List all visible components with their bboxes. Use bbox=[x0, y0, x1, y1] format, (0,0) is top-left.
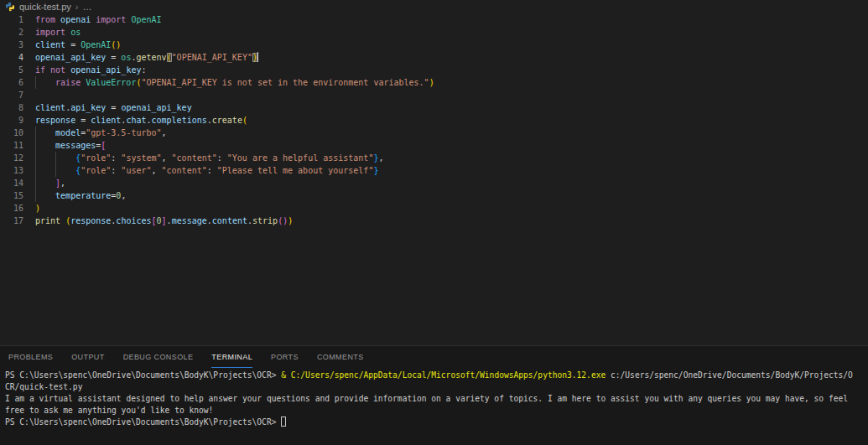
code-token: import bbox=[96, 15, 131, 24]
code-token: OpenAI bbox=[81, 40, 111, 49]
line-number: 7 bbox=[0, 89, 23, 101]
indent-guide bbox=[55, 164, 75, 177]
code-token: choices bbox=[116, 216, 151, 225]
indent-guide bbox=[35, 177, 55, 189]
code-line[interactable]: 4openai_api_key = os.getenv("OPENAI_API_… bbox=[0, 51, 868, 64]
code-token: ( bbox=[242, 116, 247, 125]
code-line[interactable]: 3client = OpenAI() bbox=[0, 39, 868, 51]
code-token: strip bbox=[252, 216, 278, 225]
code-token: () bbox=[278, 216, 288, 225]
terminal-content[interactable]: PS C:\Users\spenc\OneDrive\Documents\Bod… bbox=[0, 368, 868, 428]
line-text: response = client.chat.completions.creat… bbox=[35, 114, 247, 127]
indent-guide bbox=[35, 127, 55, 139]
code-line[interactable]: 16) bbox=[0, 202, 868, 215]
code-token: : bbox=[207, 166, 217, 175]
code-token: openai_api_key bbox=[35, 53, 106, 62]
terminal-text: free to ask me anything you'd like to kn… bbox=[5, 406, 213, 415]
code-token: , bbox=[121, 191, 126, 200]
line-number: 15 bbox=[0, 189, 23, 202]
panel-tab-ports[interactable]: PORTS bbox=[271, 346, 299, 368]
code-token: os bbox=[121, 53, 131, 62]
code-token: () bbox=[111, 40, 121, 49]
line-number: 8 bbox=[0, 101, 23, 114]
code-token: chat bbox=[126, 116, 146, 125]
code-token: openai_api_key bbox=[70, 65, 141, 75]
code-token: "You are a helpful assistant" bbox=[227, 153, 374, 163]
code-token: "role" bbox=[81, 166, 111, 175]
code-token: completions bbox=[152, 116, 207, 125]
code-token: client bbox=[91, 116, 121, 125]
code-token: "content" bbox=[172, 153, 217, 163]
code-token: , bbox=[60, 179, 65, 188]
indent-guide bbox=[35, 139, 55, 152]
code-token: openai_api_key bbox=[121, 103, 191, 112]
code-line[interactable]: 10model="gpt-3.5-turbo", bbox=[0, 127, 868, 139]
panel-tab-comments[interactable]: COMMENTS bbox=[317, 346, 364, 368]
code-line[interactable]: 1from openai import OpenAI bbox=[0, 13, 868, 26]
breadcrumb-file[interactable]: quick-test.py bbox=[19, 2, 71, 12]
terminal-text: c:/Users/spenc/OneDrive/Documents/BodyK/… bbox=[606, 370, 853, 380]
breadcrumb-ellipsis[interactable]: … bbox=[82, 2, 91, 12]
code-line[interactable]: 17print (response.choices[0].message.con… bbox=[0, 215, 868, 227]
code-token: "OPENAI_API_KEY" bbox=[172, 53, 252, 62]
terminal-text: PS C:\Users\spenc\OneDrive\Documents\Bod… bbox=[5, 370, 281, 380]
code-token: ) bbox=[429, 78, 434, 87]
code-token: openai bbox=[60, 15, 96, 24]
code-token: from bbox=[35, 15, 60, 24]
code-line[interactable]: 11messages=[ bbox=[0, 139, 868, 152]
line-text: ], bbox=[35, 177, 65, 189]
code-token: import bbox=[35, 28, 70, 37]
line-number: 9 bbox=[0, 114, 23, 127]
code-line[interactable]: 14], bbox=[0, 177, 868, 189]
bottom-panel: PROBLEMSOUTPUTDEBUG CONSOLETERMINALPORTS… bbox=[0, 345, 868, 445]
line-text: if not openai_api_key: bbox=[35, 64, 146, 76]
code-lines[interactable]: 1from openai import OpenAI2import os3cli… bbox=[0, 13, 868, 227]
code-line[interactable]: 7 bbox=[0, 89, 868, 101]
line-text: openai_api_key = os.getenv("OPENAI_API_K… bbox=[35, 51, 258, 64]
indent-guide bbox=[35, 152, 55, 164]
panel-tab-terminal[interactable]: TERMINAL bbox=[211, 346, 252, 368]
code-token: response bbox=[35, 116, 75, 125]
panel-tab-problems[interactable]: PROBLEMS bbox=[8, 346, 53, 368]
code-line[interactable]: 15temperature=0, bbox=[0, 189, 868, 202]
line-number: 6 bbox=[0, 76, 23, 89]
code-line[interactable]: 12{"role": "system", "content": "You are… bbox=[0, 152, 868, 164]
code-token: = bbox=[106, 53, 121, 62]
code-token: : bbox=[217, 153, 227, 163]
indent-guide bbox=[35, 164, 55, 177]
code-token: print bbox=[35, 216, 65, 225]
code-token: , bbox=[378, 153, 383, 163]
panel-tab-debug-console[interactable]: DEBUG CONSOLE bbox=[123, 346, 194, 368]
panel-tab-output[interactable]: OUTPUT bbox=[71, 346, 104, 368]
line-number: 16 bbox=[0, 202, 23, 215]
code-line[interactable]: 8client.api_key = openai_api_key bbox=[0, 101, 868, 114]
code-token: message bbox=[172, 216, 207, 225]
editor-cursor bbox=[257, 52, 258, 62]
code-token: os bbox=[70, 28, 81, 37]
code-token: [ bbox=[101, 141, 106, 150]
code-token: OpenAI bbox=[131, 15, 161, 24]
code-token: model bbox=[55, 128, 81, 137]
line-number: 10 bbox=[0, 127, 23, 139]
line-number: 17 bbox=[0, 215, 23, 227]
code-line[interactable]: 5if not openai_api_key: bbox=[0, 64, 868, 76]
code-line[interactable]: 9response = client.chat.completions.crea… bbox=[0, 114, 868, 127]
code-line[interactable]: 2import os bbox=[0, 26, 868, 39]
code-token: : bbox=[141, 65, 146, 75]
python-icon bbox=[5, 2, 15, 12]
code-token: : bbox=[111, 153, 121, 163]
terminal-text: I am a virtual assistant designed to hel… bbox=[5, 394, 848, 403]
terminal-line: PS C:\Users\spenc\OneDrive\Documents\Bod… bbox=[5, 417, 868, 428]
editor-pane[interactable]: quick-test.py › … 1from openai import Op… bbox=[0, 0, 868, 345]
code-line[interactable]: 13{"role": "user", "content": "Please te… bbox=[0, 164, 868, 177]
code-line[interactable]: 6raise ValueError("OPENAI_API_KEY is not… bbox=[0, 76, 868, 89]
code-token: , bbox=[151, 166, 161, 175]
terminal-line: I am a virtual assistant designed to hel… bbox=[5, 393, 868, 405]
code-token: messages bbox=[55, 141, 96, 150]
code-token: getenv bbox=[136, 53, 166, 62]
code-token: raise bbox=[55, 78, 86, 87]
line-number: 1 bbox=[0, 13, 23, 26]
line-number: 12 bbox=[0, 152, 23, 164]
vscode-window: quick-test.py › … 1from openai import Op… bbox=[0, 0, 868, 445]
code-token: ) bbox=[35, 204, 40, 213]
